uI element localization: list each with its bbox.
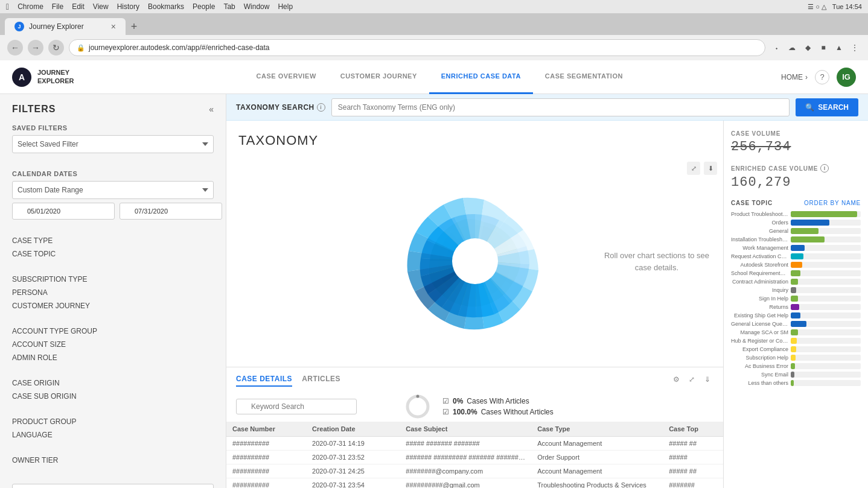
browser-tab-journey[interactable]: J Journey Explorer × (5, 18, 126, 35)
mac-menu-bookmarks[interactable]: Bookmarks (148, 2, 184, 11)
mac-menu-file[interactable]: File (52, 2, 63, 11)
saved-filters-label: SAVED FILTERS (12, 124, 214, 132)
nav-case-segmentation[interactable]: CASE SEGMENTATION (533, 60, 635, 94)
bar-row: General License Questions (731, 321, 861, 327)
bar-track (791, 346, 861, 352)
filter-case-topic-link[interactable]: CASE TOPIC (0, 247, 226, 261)
bar-track (791, 363, 861, 369)
filter-account-type-link[interactable]: ACCOUNT TYPE GROUP (0, 325, 226, 338)
gauge-wrap (405, 394, 430, 419)
new-tab-button[interactable]: + (126, 18, 142, 35)
expand-chart-button[interactable]: ⤢ (687, 162, 700, 175)
help-button[interactable]: ? (815, 70, 829, 84)
svg-point-2 (407, 396, 428, 417)
filter-account-size-link[interactable]: ACCOUNT SIZE (0, 338, 226, 351)
home-button[interactable]: HOME › (781, 73, 808, 81)
back-button[interactable]: ← (7, 40, 23, 55)
nav-customer-journey[interactable]: CUSTOMER JOURNEY (328, 60, 429, 94)
filter-owner-tier-link[interactable]: OWNER TIER (0, 454, 226, 467)
table-row[interactable]: ########## 2020-07-31 14:19 ##### ######… (226, 437, 723, 451)
nav-case-overview[interactable]: CASE OVERVIEW (244, 60, 328, 94)
table-row[interactable]: ########## 2020-07-31 23:54 ##########@g… (226, 478, 723, 489)
filter-case-sub-origin-link[interactable]: CASE SUB ORIGIN (0, 390, 226, 403)
tab-case-details[interactable]: CASE DETAILS (236, 372, 292, 387)
col-case-topic: Case Top (663, 422, 723, 437)
enriched-info-icon[interactable]: i (820, 164, 829, 173)
filter-admin-role-link[interactable]: ADMIN ROLE (0, 351, 226, 364)
calendar-range-select[interactable]: Custom Date Range (12, 181, 214, 199)
date-to-input[interactable] (120, 203, 222, 220)
mac-menu-chrome[interactable]: Chrome (18, 2, 43, 11)
export-icon[interactable]: ⇓ (701, 373, 713, 385)
more-icon[interactable]: ⋮ (849, 42, 861, 54)
mac-menu-window[interactable]: Window (244, 2, 270, 11)
mac-menu-history[interactable]: History (117, 2, 139, 11)
mac-menu-edit[interactable]: Edit (72, 2, 85, 11)
cell-case-number: ########## (226, 464, 306, 478)
taxonomy-info-icon[interactable]: i (317, 103, 325, 112)
filter-language-link[interactable]: LANGUAGE (0, 428, 226, 442)
nav-enriched-case-data[interactable]: ENRICHED CASE DATA (429, 60, 533, 94)
filter-subscription-group: SUBSCRIPTION TYPE PERSONA CUSTOMER JOURN… (0, 270, 226, 315)
save-filter-title-input[interactable] (12, 484, 214, 488)
reload-button[interactable]: ↻ (48, 40, 64, 55)
bar-row: Sync Email (731, 372, 861, 378)
filter-subscription-type-link[interactable]: SUBSCRIPTION TYPE (0, 273, 226, 286)
ext2-icon[interactable]: ■ (817, 42, 829, 54)
bar-track (791, 355, 861, 361)
bar-label: Less than others (731, 380, 788, 386)
cell-case-type: Account Management (531, 464, 663, 478)
mac-menu-help[interactable]: Help (278, 2, 293, 11)
calendar-dates-section: CALENDAR DATES Custom Date Range (0, 165, 226, 224)
bar-label: Hub & Register or Collaborate (731, 338, 788, 344)
taxonomy-search-button[interactable]: 🔍 SEARCH (796, 98, 858, 116)
stat-pct-1: 0% (453, 397, 463, 405)
bar-row: Work Management (731, 245, 861, 251)
mac-menu-people[interactable]: People (193, 2, 215, 11)
user-avatar[interactable]: IG (837, 68, 856, 87)
bar-track (791, 211, 861, 217)
cell-case-subject: ##### ####### ####### (400, 437, 531, 451)
filter-case-type-link[interactable]: CASE TYPE (0, 234, 226, 247)
articles-gauge (405, 394, 430, 419)
keyword-search-input[interactable] (236, 399, 357, 414)
date-row (12, 203, 214, 220)
dropbox-icon[interactable]: ⬩ (770, 42, 782, 54)
ext3-icon[interactable]: ▲ (833, 42, 845, 54)
col-case-number: Case Number (226, 422, 306, 437)
bar-row: Orders (731, 220, 861, 226)
sidebar-collapse-button[interactable]: « (209, 104, 214, 114)
table-row[interactable]: ########## 2020-07-31 24:25 ########@com… (226, 464, 723, 478)
app-header: A JOURNEY EXPLORER CASE OVERVIEW CUSTOME… (0, 60, 868, 94)
mac-menu-tab[interactable]: Tab (223, 2, 235, 11)
url-bar[interactable]: 🔒 journeyexplorer.autodesk.com/app/#/enr… (69, 39, 765, 56)
filter-persona-link[interactable]: PERSONA (0, 286, 226, 299)
settings-icon[interactable]: ⚙ (670, 373, 682, 385)
cell-case-topic: ##### ## (663, 464, 723, 478)
inner-content: TAXONOMY (226, 121, 868, 488)
date-from-input[interactable] (12, 203, 115, 220)
expand-icon[interactable]: ⤢ (686, 373, 698, 385)
filter-product-group-link[interactable]: PRODUCT GROUP (0, 415, 226, 428)
bar-fill (791, 346, 796, 352)
taxonomy-search-input[interactable] (331, 98, 790, 116)
filter-owner-group: OWNER TIER (0, 451, 226, 469)
sunburst-chart[interactable] (378, 165, 572, 358)
table-row[interactable]: ########## 2020-07-31 23:52 ####### ####… (226, 451, 723, 464)
cloud-icon[interactable]: ☁ (786, 42, 798, 54)
filter-case-type-group: CASE TYPE CASE TOPIC (0, 232, 226, 263)
filter-case-origin-link[interactable]: CASE ORIGIN (0, 376, 226, 390)
order-by-name-button[interactable]: order by Name (804, 200, 861, 206)
tab-close-button[interactable]: × (111, 22, 116, 31)
filter-customer-journey-link[interactable]: CUSTOMER JOURNEY (0, 299, 226, 312)
tab-articles[interactable]: ARTICLES (302, 372, 340, 387)
download-chart-button[interactable]: ⬇ (704, 162, 717, 175)
ext1-icon[interactable]: ◆ (802, 42, 814, 54)
forward-button[interactable]: → (28, 40, 43, 55)
stat-without-articles: ☑ 100.0% Cases Without Articles (442, 408, 554, 416)
saved-filters-select[interactable]: Select Saved Filter (12, 135, 214, 153)
case-topic-section: CASE TOPIC order by Name Product Trouble… (731, 200, 861, 386)
cell-case-topic: ##### ## (663, 437, 723, 451)
bar-track (791, 270, 861, 276)
mac-menu-view[interactable]: View (93, 2, 109, 11)
